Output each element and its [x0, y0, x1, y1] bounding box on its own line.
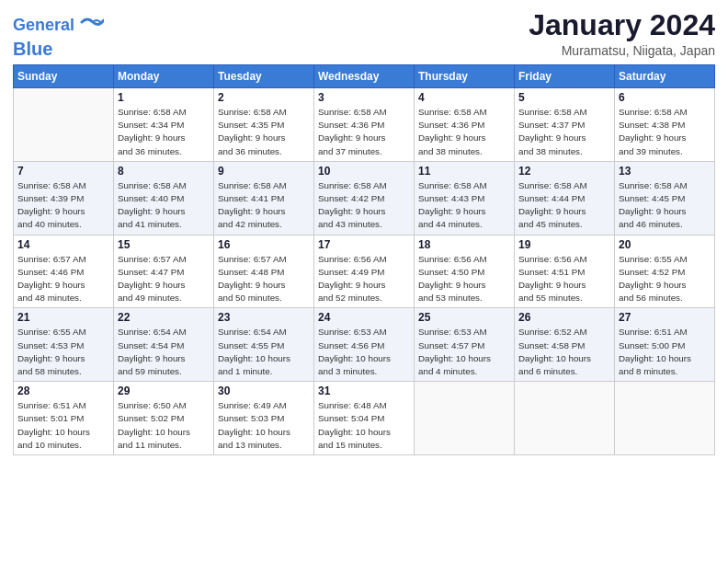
day-number: 30 [218, 385, 310, 397]
day-number: 31 [318, 385, 410, 397]
day-number: 24 [318, 311, 410, 324]
day-number: 15 [118, 238, 210, 251]
calendar-cell: 29Sunrise: 6:50 AM Sunset: 5:02 PM Dayli… [114, 382, 214, 455]
calendar-cell: 16Sunrise: 6:57 AM Sunset: 4:48 PM Dayli… [214, 235, 314, 308]
logo-text: General [13, 17, 74, 35]
day-number: 8 [118, 165, 210, 178]
day-info: Sunrise: 6:50 AM Sunset: 5:02 PM Dayligh… [118, 399, 210, 452]
day-number: 21 [17, 311, 109, 324]
calendar-cell: 9Sunrise: 6:58 AM Sunset: 4:41 PM Daylig… [214, 161, 314, 235]
logo: General Blue [13, 13, 104, 59]
day-number: 20 [619, 238, 711, 251]
day-info: Sunrise: 6:54 AM Sunset: 4:55 PM Dayligh… [218, 326, 310, 378]
calendar-cell: 20Sunrise: 6:55 AM Sunset: 4:52 PM Dayli… [615, 235, 715, 308]
day-number: 25 [418, 311, 510, 324]
calendar-cell: 26Sunrise: 6:52 AM Sunset: 4:58 PM Dayli… [515, 308, 615, 382]
calendar-cell: 4Sunrise: 6:58 AM Sunset: 4:36 PM Daylig… [415, 88, 515, 162]
calendar-cell: 11Sunrise: 6:58 AM Sunset: 4:43 PM Dayli… [415, 161, 515, 235]
calendar-cell: 22Sunrise: 6:54 AM Sunset: 4:54 PM Dayli… [114, 308, 214, 382]
calendar-week-2: 7Sunrise: 6:58 AM Sunset: 4:39 PM Daylig… [14, 161, 715, 235]
calendar-cell: 17Sunrise: 6:56 AM Sunset: 4:49 PM Dayli… [314, 235, 415, 308]
day-number: 1 [118, 91, 210, 104]
day-number: 18 [418, 238, 510, 251]
logo-icon [78, 13, 104, 39]
calendar-week-3: 14Sunrise: 6:57 AM Sunset: 4:46 PM Dayli… [14, 235, 715, 308]
col-thursday: Thursday [415, 65, 515, 88]
day-info: Sunrise: 6:58 AM Sunset: 4:45 PM Dayligh… [619, 179, 711, 232]
calendar-cell: 12Sunrise: 6:58 AM Sunset: 4:44 PM Dayli… [515, 161, 615, 235]
calendar-cell: 6Sunrise: 6:58 AM Sunset: 4:38 PM Daylig… [615, 88, 715, 162]
day-info: Sunrise: 6:58 AM Sunset: 4:36 PM Dayligh… [318, 106, 410, 158]
day-number: 11 [418, 165, 510, 178]
day-number: 23 [218, 311, 310, 324]
day-number: 6 [619, 91, 711, 104]
col-tuesday: Tuesday [214, 65, 314, 88]
sub-title: Muramatsu, Niigata, Japan [529, 43, 715, 58]
day-info: Sunrise: 6:57 AM Sunset: 4:47 PM Dayligh… [118, 253, 210, 305]
calendar-cell [415, 382, 515, 455]
day-info: Sunrise: 6:56 AM Sunset: 4:50 PM Dayligh… [418, 253, 510, 305]
calendar-cell: 5Sunrise: 6:58 AM Sunset: 4:37 PM Daylig… [515, 88, 615, 162]
day-number: 5 [518, 91, 610, 104]
calendar-cell: 24Sunrise: 6:53 AM Sunset: 4:56 PM Dayli… [314, 308, 415, 382]
day-info: Sunrise: 6:58 AM Sunset: 4:34 PM Dayligh… [118, 106, 210, 158]
calendar-cell [515, 382, 615, 455]
calendar-week-5: 28Sunrise: 6:51 AM Sunset: 5:01 PM Dayli… [14, 382, 715, 455]
calendar-cell: 19Sunrise: 6:56 AM Sunset: 4:51 PM Dayli… [515, 235, 615, 308]
day-info: Sunrise: 6:54 AM Sunset: 4:54 PM Dayligh… [118, 326, 210, 378]
calendar-cell: 21Sunrise: 6:55 AM Sunset: 4:53 PM Dayli… [14, 308, 114, 382]
day-info: Sunrise: 6:55 AM Sunset: 4:53 PM Dayligh… [17, 326, 109, 378]
main-container: General Blue January 2024 Muramatsu, Nii… [0, 0, 728, 465]
calendar-cell: 31Sunrise: 6:48 AM Sunset: 5:04 PM Dayli… [314, 382, 415, 455]
title-block: January 2024 Muramatsu, Niigata, Japan [529, 9, 715, 58]
day-number: 16 [218, 238, 310, 251]
calendar-cell: 14Sunrise: 6:57 AM Sunset: 4:46 PM Dayli… [14, 235, 114, 308]
calendar-cell: 2Sunrise: 6:58 AM Sunset: 4:35 PM Daylig… [214, 88, 314, 162]
day-number: 26 [518, 311, 610, 324]
day-info: Sunrise: 6:58 AM Sunset: 4:35 PM Dayligh… [218, 106, 310, 158]
day-info: Sunrise: 6:51 AM Sunset: 5:00 PM Dayligh… [619, 326, 711, 378]
col-sunday: Sunday [14, 65, 114, 88]
header: General Blue January 2024 Muramatsu, Nii… [13, 9, 715, 59]
logo-blue: Blue [13, 39, 104, 59]
day-number: 2 [218, 91, 310, 104]
calendar-cell: 23Sunrise: 6:54 AM Sunset: 4:55 PM Dayli… [214, 308, 314, 382]
day-info: Sunrise: 6:58 AM Sunset: 4:42 PM Dayligh… [318, 179, 410, 232]
day-info: Sunrise: 6:53 AM Sunset: 4:57 PM Dayligh… [418, 326, 510, 378]
day-number: 14 [17, 238, 109, 251]
day-number: 22 [118, 311, 210, 324]
day-info: Sunrise: 6:53 AM Sunset: 4:56 PM Dayligh… [318, 326, 410, 378]
calendar-cell: 25Sunrise: 6:53 AM Sunset: 4:57 PM Dayli… [415, 308, 515, 382]
day-number: 4 [418, 91, 510, 104]
day-info: Sunrise: 6:58 AM Sunset: 4:39 PM Dayligh… [17, 179, 109, 232]
day-number: 19 [518, 238, 610, 251]
calendar-cell: 1Sunrise: 6:58 AM Sunset: 4:34 PM Daylig… [114, 88, 214, 162]
day-info: Sunrise: 6:58 AM Sunset: 4:44 PM Dayligh… [518, 179, 610, 232]
day-number: 17 [318, 238, 410, 251]
day-number: 12 [518, 165, 610, 178]
col-monday: Monday [114, 65, 214, 88]
day-number: 10 [318, 165, 410, 178]
calendar-cell: 18Sunrise: 6:56 AM Sunset: 4:50 PM Dayli… [415, 235, 515, 308]
calendar-cell [615, 382, 715, 455]
day-number: 3 [318, 91, 410, 104]
calendar-cell: 13Sunrise: 6:58 AM Sunset: 4:45 PM Dayli… [615, 161, 715, 235]
calendar-week-1: 1Sunrise: 6:58 AM Sunset: 4:34 PM Daylig… [14, 88, 715, 162]
day-info: Sunrise: 6:55 AM Sunset: 4:52 PM Dayligh… [619, 253, 711, 305]
day-info: Sunrise: 6:52 AM Sunset: 4:58 PM Dayligh… [518, 326, 610, 378]
day-info: Sunrise: 6:51 AM Sunset: 5:01 PM Dayligh… [17, 399, 109, 452]
calendar-cell: 7Sunrise: 6:58 AM Sunset: 4:39 PM Daylig… [14, 161, 114, 235]
day-info: Sunrise: 6:58 AM Sunset: 4:40 PM Dayligh… [118, 179, 210, 232]
day-info: Sunrise: 6:57 AM Sunset: 4:46 PM Dayligh… [17, 253, 109, 305]
calendar-cell [14, 88, 114, 162]
day-info: Sunrise: 6:57 AM Sunset: 4:48 PM Dayligh… [218, 253, 310, 305]
day-number: 29 [118, 385, 210, 397]
calendar-cell: 28Sunrise: 6:51 AM Sunset: 5:01 PM Dayli… [14, 382, 114, 455]
main-title: January 2024 [529, 9, 715, 41]
day-number: 9 [218, 165, 310, 178]
day-number: 27 [619, 311, 711, 324]
day-info: Sunrise: 6:49 AM Sunset: 5:03 PM Dayligh… [218, 399, 310, 452]
calendar-cell: 3Sunrise: 6:58 AM Sunset: 4:36 PM Daylig… [314, 88, 415, 162]
col-saturday: Saturday [615, 65, 715, 88]
col-wednesday: Wednesday [314, 65, 415, 88]
